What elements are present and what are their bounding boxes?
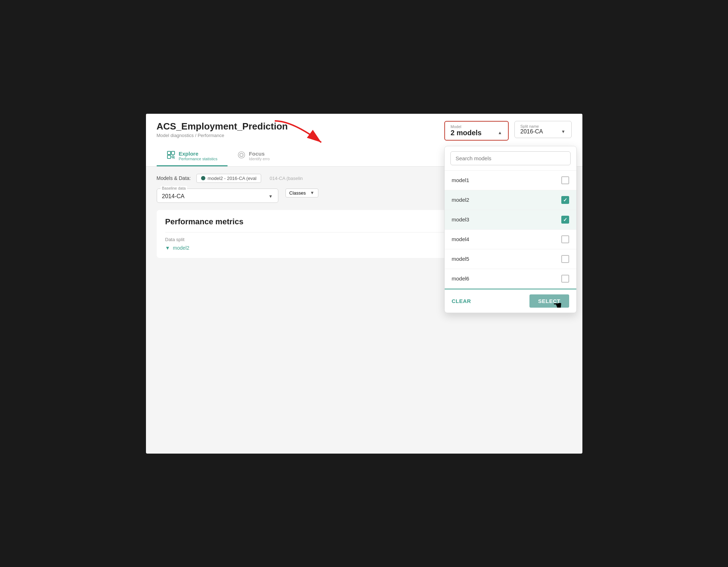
checkbox-model3[interactable] [561,216,569,224]
list-item[interactable]: model4 [445,230,576,249]
dropdown-footer: CLEAR SELECT ☛ [445,289,576,313]
tab-explore-subtitle: Performance statistics [179,157,218,161]
model-label: Model [451,124,502,129]
data-split-label: Data split [165,237,185,242]
classes-button[interactable]: Classes ▼ [285,189,318,197]
svg-point-6 [240,153,243,156]
list-item[interactable]: model5 [445,249,576,269]
header-controls: Model 2 models ▲ Split name 2016-CA ▼ [444,121,572,141]
model-expand-label: model2 [173,245,189,251]
baseline-chevron-icon: ▼ [269,194,273,199]
model-value: 2 models ▲ [451,129,502,137]
expand-chevron-icon: ▼ [165,245,170,251]
model-dropdown-panel: model1 model2 model3 [444,146,577,313]
tab-focus[interactable]: Focus Identify erro [228,146,280,166]
model-dot [201,176,205,180]
svg-rect-3 [167,155,171,158]
tab-explore-title: Explore [179,151,218,157]
app-name: ACS_Employment_Prediction [157,121,288,132]
models-data-label: Models & Data: [157,175,191,181]
list-item[interactable]: model1 [445,171,576,190]
svg-point-4 [172,156,174,158]
split-value: 2016-CA ▼ [521,128,566,135]
focus-icon [238,151,245,161]
list-item[interactable]: model3 [445,210,576,230]
svg-point-7 [238,151,245,158]
model-tag-text: model2 - 2016-CA (eval [207,176,256,181]
baseline-value: 2014-CA [162,193,185,200]
svg-line-5 [174,158,175,158]
chevron-down-icon: ▼ [561,129,566,134]
classes-label: Classes [289,190,306,196]
tab-focus-title: Focus [249,151,270,157]
svg-rect-2 [171,151,175,155]
tab-focus-subtitle: Identify erro [249,157,270,161]
split-label: Split name [521,124,566,128]
header: ACS_Employment_Prediction Model diagnost… [146,114,582,167]
checkbox-model6[interactable] [561,275,569,283]
explore-icon [167,151,175,161]
classes-chevron-icon: ▼ [310,190,314,195]
select-button[interactable]: SELECT [529,294,569,308]
search-input[interactable] [450,151,571,165]
baseline-tag: 014-CA (baselin [267,174,306,182]
checkbox-model1[interactable] [561,176,569,184]
clear-button[interactable]: CLEAR [452,298,471,304]
list-item[interactable]: model2 [445,190,576,210]
app-title: ACS_Employment_Prediction Model diagnost… [157,121,288,138]
svg-rect-1 [167,151,171,155]
baseline-dropdown[interactable]: Baseline data 2014-CA ▼ [157,189,278,203]
checkbox-model2[interactable] [561,196,569,204]
list-item[interactable]: model6 [445,269,576,289]
split-dropdown-button[interactable]: Split name 2016-CA ▼ [514,121,572,138]
model-dropdown-button[interactable]: Model 2 models ▲ [444,121,509,141]
model-tag-primary: model2 - 2016-CA (eval [196,174,261,183]
cursor-icon: ☛ [553,299,562,311]
tab-explore[interactable]: Explore Performance statistics [157,146,228,166]
model-list: model1 model2 model3 [445,171,576,289]
baseline-label: Baseline data [161,186,187,190]
search-area [445,146,576,171]
checkbox-model5[interactable] [561,255,569,263]
chevron-up-icon: ▲ [498,130,502,135]
app-subtitle: Model diagnostics / Performance [157,133,288,138]
checkbox-model4[interactable] [561,235,569,243]
